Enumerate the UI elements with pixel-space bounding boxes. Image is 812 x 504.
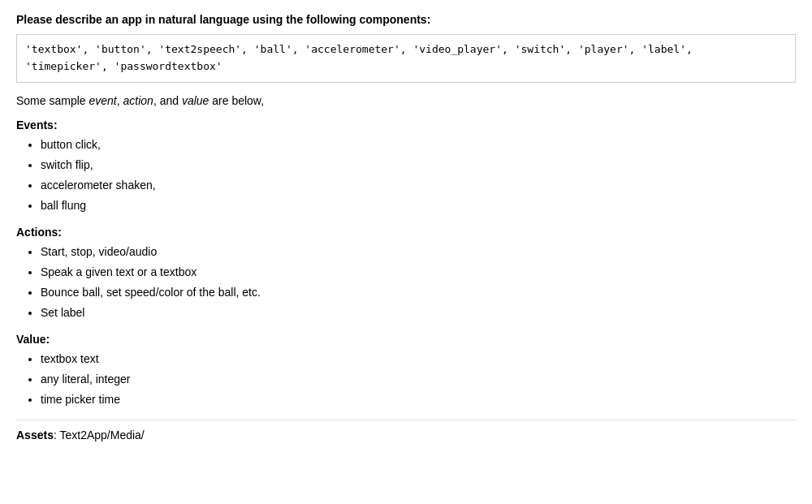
- events-label: Events: [16, 118, 54, 131]
- value-list: textbox text any literal, integer time p…: [16, 351, 796, 408]
- list-item: switch flip,: [41, 157, 796, 174]
- list-item: Bounce ball, set speed/color of the ball…: [41, 284, 796, 301]
- sample-comma2: , and: [153, 94, 182, 107]
- assets-path: Text2App/Media/: [59, 429, 144, 442]
- list-item: textbox text: [41, 351, 796, 368]
- assets-label: Assets: [16, 429, 54, 442]
- actions-section: Actions: Start, stop, video/audio Speak …: [16, 226, 796, 321]
- list-item: Start, stop, video/audio: [41, 243, 796, 261]
- list-item: accelerometer shaken,: [41, 177, 796, 194]
- list-item: button click,: [41, 136, 796, 153]
- sample-value-italic: value: [182, 94, 209, 107]
- components-line2: 'timepicker', 'passwordtextbox': [25, 60, 222, 72]
- actions-list: Start, stop, video/audio Speak a given t…: [16, 243, 796, 321]
- events-colon: :: [54, 118, 58, 131]
- actions-title: Actions:: [16, 226, 796, 239]
- assets-line: Assets: Text2App/Media/: [16, 420, 796, 442]
- list-item: Speak a given text or a textbox: [41, 264, 796, 281]
- list-item: Set label: [41, 304, 796, 321]
- sample-end: are below,: [209, 94, 264, 107]
- components-box: 'textbox', 'button', 'text2speech', 'bal…: [16, 34, 796, 83]
- actions-label: Actions: [16, 226, 58, 239]
- value-title: Value:: [16, 333, 796, 346]
- list-item: ball flung: [41, 197, 796, 214]
- value-section: Value: textbox text any literal, integer…: [16, 333, 796, 408]
- sample-action-italic: action: [123, 94, 153, 107]
- sample-comma1: ,: [117, 94, 123, 107]
- sample-text: Some sample event, action, and value are…: [16, 94, 796, 107]
- components-line1: 'textbox', 'button', 'text2speech', 'bal…: [25, 43, 693, 55]
- actions-colon: :: [58, 226, 62, 239]
- list-item: time picker time: [41, 391, 796, 408]
- sample-event-italic: event: [89, 94, 116, 107]
- events-list: button click, switch flip, accelerometer…: [16, 136, 796, 214]
- list-item: any literal, integer: [41, 371, 796, 388]
- main-question: Please describe an app in natural langua…: [16, 13, 796, 26]
- sample-intro: Some sample: [16, 94, 89, 107]
- value-colon: :: [46, 333, 50, 346]
- events-section: Events: button click, switch flip, accel…: [16, 118, 796, 214]
- events-title: Events:: [16, 118, 796, 131]
- value-label: Value: [16, 333, 46, 346]
